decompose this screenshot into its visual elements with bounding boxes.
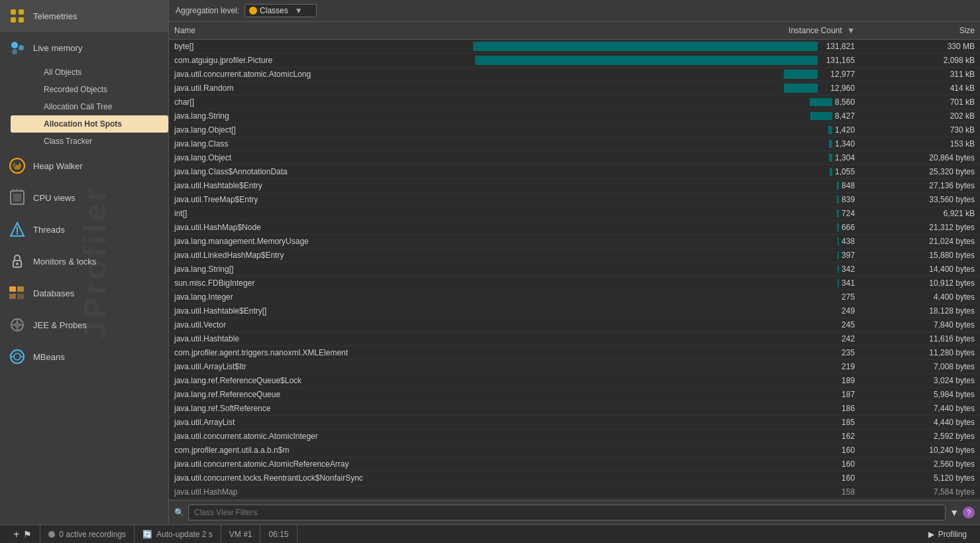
sidebar-item-monitors[interactable]: Monitors & locks: [0, 245, 168, 277]
sidebar-item-threads[interactable]: Threads: [0, 213, 168, 245]
filter-expand-icon[interactable]: ▼: [950, 507, 959, 518]
table-row[interactable]: java.util.ArrayList1854,440 bytes: [169, 416, 980, 430]
sidebar-item-label-telemetries: Telemetries: [33, 11, 77, 21]
add-recording-btn[interactable]: +: [13, 528, 19, 540]
table-row[interactable]: com.jprofiler.agent.triggers.nanoxml.XML…: [169, 346, 980, 360]
sidebar-item-mbeans[interactable]: MBeans: [0, 341, 168, 373]
table-row[interactable]: java.util.Hashtable$Entry[]24918,128 byt…: [169, 304, 980, 318]
sidebar-item-label-threads: Threads: [33, 225, 65, 235]
cell-count: 8,427: [468, 109, 860, 123]
cell-size: 311 kB: [860, 68, 980, 82]
sidebar-item-cpu-views[interactable]: CPU views: [0, 182, 168, 213]
sidebar-sub-allocation-hot-spots[interactable]: Allocation Hot Spots: [11, 115, 168, 133]
svg-rect-22: [17, 286, 24, 292]
table-row[interactable]: java.lang.ref.SoftReference1867,440 byte…: [169, 402, 980, 416]
cell-size: 20,864 bytes: [860, 151, 980, 165]
status-time-section: 06:15: [260, 525, 297, 543]
sidebar-sub-allocation-call-tree[interactable]: Allocation Call Tree: [11, 98, 168, 115]
sidebar: JProfiler Telemetries: [0, 0, 169, 524]
sidebar-item-label-jee: JEE & Probes: [33, 320, 87, 330]
flag-btn[interactable]: ⚑: [23, 529, 32, 540]
sidebar-item-heap-walker[interactable]: Heap Walker: [0, 150, 168, 182]
sidebar-item-jee[interactable]: JEE & Probes: [0, 309, 168, 341]
table-row[interactable]: java.lang.ref.ReferenceQueue1875,984 byt…: [169, 388, 980, 402]
cell-count: 186: [468, 402, 860, 416]
table-row[interactable]: com.atguigu.jprofiler.Picture131,1652,09…: [169, 54, 980, 68]
sidebar-item-databases[interactable]: Databases: [0, 277, 168, 309]
table-row[interactable]: java.lang.management.MemoryUsage43821,02…: [169, 235, 980, 249]
table-row[interactable]: java.util.concurrent.atomic.AtomicRefere…: [169, 457, 980, 471]
cell-size: 4,440 bytes: [860, 416, 980, 430]
table-row[interactable]: java.util.concurrent.atomic.AtomicLong12…: [169, 68, 980, 82]
table-row[interactable]: sun.misc.FDBigInteger34110,912 bytes: [169, 276, 980, 290]
table-row[interactable]: java.lang.Class1,340153 kB: [169, 137, 980, 151]
table-row[interactable]: java.lang.Class$AnnotationData1,05525,32…: [169, 165, 980, 179]
vm-label: VM #1: [229, 530, 252, 539]
cell-name: java.util.HashMap$Node: [169, 221, 468, 235]
table-row[interactable]: java.lang.Object1,30420,864 bytes: [169, 151, 980, 165]
table-row[interactable]: char[]8,560701 kB: [169, 95, 980, 109]
col-header-instance-count[interactable]: Instance Count ▼: [468, 22, 860, 40]
count-bar-small: [838, 251, 839, 259]
table-row[interactable]: java.util.ArrayList$Itr2197,008 bytes: [169, 360, 980, 374]
sidebar-item-label-cpu-views: CPU views: [33, 193, 76, 203]
table-row[interactable]: java.lang.String8,427202 kB: [169, 109, 980, 123]
cell-size: 7,584 bytes: [860, 485, 980, 499]
cell-name: java.lang.String[]: [169, 263, 468, 276]
cell-count: 438: [468, 235, 860, 249]
cell-size: 33,560 bytes: [860, 193, 980, 207]
sidebar-item-telemetries[interactable]: Telemetries: [0, 0, 168, 32]
table-row[interactable]: java.util.TreeMap$Entry83933,560 bytes: [169, 193, 980, 207]
cell-count: 249: [468, 304, 860, 318]
table-row[interactable]: java.util.Hashtable24211,616 bytes: [169, 332, 980, 346]
cell-size: 11,616 bytes: [860, 332, 980, 346]
cell-count: 158: [468, 485, 860, 499]
table-row[interactable]: int[]7246,921 kB: [169, 207, 980, 221]
status-profiling-section[interactable]: ▶ Profiling: [920, 525, 975, 543]
cell-count: 839: [468, 193, 860, 207]
recordings-label: 0 active recordings: [59, 530, 126, 539]
table-row[interactable]: java.util.concurrent.atomic.AtomicIntege…: [169, 430, 980, 444]
cell-size: 10,240 bytes: [860, 444, 980, 457]
cell-count: 1,340: [468, 137, 860, 151]
cell-name: java.util.Hashtable: [169, 332, 468, 346]
table-row[interactable]: java.lang.Integer2754,400 bytes: [169, 290, 980, 304]
table-row[interactable]: java.util.Hashtable$Entry84827,136 bytes: [169, 179, 980, 193]
col-header-name[interactable]: Name: [169, 22, 468, 40]
cell-count: 245: [468, 318, 860, 332]
monitors-icon: [8, 252, 27, 271]
cell-size: 153 kB: [860, 137, 980, 151]
aggregation-arrow: ▼: [295, 6, 303, 15]
table-row[interactable]: java.util.Random12,960414 kB: [169, 82, 980, 95]
table-row[interactable]: java.lang.Object[]1,420730 kB: [169, 123, 980, 137]
table-row[interactable]: java.lang.String[]34214,400 bytes: [169, 263, 980, 276]
sidebar-sub-all-objects[interactable]: All Objects: [11, 64, 168, 81]
sidebar-sub-recorded-objects[interactable]: Recorded Objects: [11, 81, 168, 98]
filter-bar: 🔍 ▼ ?: [169, 500, 980, 524]
table-row[interactable]: byte[]131,821330 MB: [169, 40, 980, 54]
status-autoupdate-section: 🔄 Auto-update 2 s: [135, 525, 221, 543]
cell-count: 187: [468, 388, 860, 402]
table-row[interactable]: java.util.LinkedHashMap$Entry39715,880 b…: [169, 249, 980, 263]
main-content: Aggregation level: Classes ▼ Name Instan…: [169, 0, 980, 524]
sidebar-item-live-memory[interactable]: Live memory: [0, 32, 168, 64]
table-row[interactable]: java.util.HashMap$Node66621,312 bytes: [169, 221, 980, 235]
table-row[interactable]: java.util.concurrent.locks.ReentrantLock…: [169, 471, 980, 485]
table-row[interactable]: java.util.HashMap1587,584 bytes: [169, 485, 980, 499]
sidebar-item-label-mbeans: MBeans: [33, 352, 65, 362]
data-table-container[interactable]: Name Instance Count ▼ Size byte[]131,821…: [169, 22, 980, 500]
sidebar-sub-class-tracker[interactable]: Class Tracker: [11, 133, 168, 150]
help-button[interactable]: ?: [963, 507, 975, 518]
svg-point-18: [17, 233, 19, 235]
sort-arrow-desc: ▼: [847, 26, 855, 35]
table-row[interactable]: java.util.Vector2457,840 bytes: [169, 318, 980, 332]
cell-size: 701 kB: [860, 95, 980, 109]
aggregation-select[interactable]: Classes ▼: [245, 4, 317, 17]
status-record-section: + ⚑: [5, 525, 40, 543]
cell-count: 235: [468, 346, 860, 360]
filter-input[interactable]: [188, 505, 946, 520]
table-row[interactable]: com.jprofiler.agent.util.a.a.b.n$m16010,…: [169, 444, 980, 457]
svg-point-6: [12, 49, 17, 54]
col-header-size[interactable]: Size: [860, 22, 980, 40]
table-row[interactable]: java.lang.ref.ReferenceQueue$Lock1893,02…: [169, 374, 980, 388]
